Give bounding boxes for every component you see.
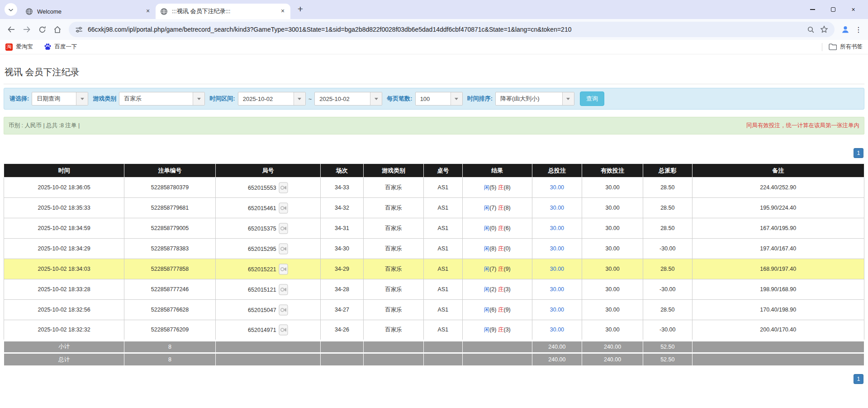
total-bet-link[interactable]: 30.00 — [550, 205, 564, 211]
cell-result: 闲(0) 庄(6) — [462, 218, 532, 239]
table-row: 2025-10-02 18:36:05522858780379652015553… — [4, 178, 864, 198]
sort-select[interactable]: 降幂(由大到小) — [495, 92, 574, 106]
home-icon[interactable] — [50, 22, 65, 37]
maximize-button[interactable] — [823, 0, 843, 19]
total-bet-link[interactable]: 30.00 — [550, 286, 564, 293]
total-bet-link[interactable]: 30.00 — [550, 225, 564, 231]
close-window-button[interactable]: × — [843, 0, 863, 19]
cell-valid-bet: 30.00 — [582, 239, 643, 259]
result-banker-label: 庄 — [498, 225, 504, 231]
video-replay-icon[interactable] — [279, 202, 288, 214]
query-button[interactable]: 查询 — [580, 91, 604, 106]
total-bet-link[interactable]: 30.00 — [550, 184, 564, 191]
cell-table-number: AS1 — [424, 320, 463, 341]
address-bar[interactable]: 66cxkj98.com/ipl/portal.php/game/betreco… — [69, 22, 835, 37]
tab-search-button[interactable] — [5, 3, 17, 16]
date-from-select[interactable]: 2025-10-02 — [238, 92, 306, 106]
total-bet-link[interactable]: 30.00 — [550, 326, 564, 333]
url-text[interactable]: 66cxkj98.com/ipl/portal.php/game/betreco… — [88, 26, 802, 33]
bookmark-taobao[interactable]: 淘 爱淘宝 — [5, 43, 33, 51]
cell-session: 34-29 — [320, 259, 363, 279]
bookmarks-bar: 淘 爱淘宝 百度一下 所有书签 — [0, 40, 868, 54]
reload-icon[interactable] — [34, 22, 50, 37]
result-banker-score: (8) — [503, 205, 510, 211]
summary-cell: 52.50 — [643, 353, 692, 366]
cell-note: 198.90/168.90 — [692, 279, 864, 300]
summary-cell — [462, 341, 532, 353]
cell-table-number: AS1 — [424, 300, 463, 320]
col-result: 结果 — [462, 164, 532, 178]
video-replay-icon[interactable] — [279, 264, 288, 275]
query-type-select[interactable]: 日期查询 — [32, 92, 88, 106]
page-title: 视讯 会员下注纪录 — [4, 54, 864, 84]
col-table-number: 桌号 — [424, 164, 463, 178]
date-to-select[interactable]: 2025-10-02 — [314, 92, 382, 106]
cell-valid-bet: 30.00 — [582, 320, 643, 341]
result-banker-label: 庄 — [498, 307, 504, 313]
video-replay-icon[interactable] — [279, 223, 288, 234]
site-settings-icon[interactable] — [75, 26, 83, 34]
cell-game-type: 百家乐 — [364, 239, 424, 259]
cell-valid-bet: 30.00 — [582, 218, 643, 239]
game-type-select[interactable]: 百家乐 — [119, 92, 205, 106]
tab-betrecord[interactable]: :::视讯 会员下注纪录::: × — [156, 4, 290, 19]
result-player-label: 闲 — [484, 205, 490, 211]
new-tab-button[interactable]: + — [295, 4, 306, 14]
table-row: 2025-10-02 18:34:59522858779005652015375… — [4, 218, 864, 239]
cell-valid-bet: 30.00 — [582, 178, 643, 198]
video-replay-icon[interactable] — [279, 284, 288, 295]
tab-welcome[interactable]: Welcome × — [21, 4, 156, 19]
bookmark-label: 百度一下 — [55, 43, 77, 51]
pagination-top: 1 — [4, 148, 864, 158]
cell-session: 34-33 — [320, 178, 363, 198]
cell-total-bet: 30.00 — [532, 218, 582, 239]
back-icon[interactable] — [4, 22, 19, 37]
video-replay-icon[interactable] — [279, 243, 288, 254]
page-button[interactable]: 1 — [854, 374, 863, 384]
cell-time: 2025-10-02 18:34:03 — [4, 259, 124, 279]
result-banker-score: (9) — [503, 266, 510, 272]
cell-note: 195.90/224.40 — [692, 198, 864, 218]
video-replay-icon[interactable] — [279, 182, 288, 193]
zoom-icon[interactable] — [807, 26, 815, 34]
all-bookmarks[interactable]: 所有书签 — [822, 43, 863, 51]
cell-total-bet: 30.00 — [532, 239, 582, 259]
profile-icon[interactable] — [838, 22, 853, 37]
sort-label: 时间排序: — [467, 95, 493, 103]
result-banker-score: (8) — [503, 184, 510, 191]
cell-round-number: 652015295 — [215, 239, 320, 259]
cell-valid-bet: 30.00 — [582, 279, 643, 300]
summary-cell: 小计 — [4, 341, 124, 353]
per-page-value: 100 — [416, 92, 451, 105]
per-page-select[interactable]: 100 — [415, 92, 463, 106]
date-to-value: 2025-10-02 — [315, 92, 370, 105]
close-tab-icon[interactable]: × — [279, 7, 287, 15]
page-content: 视讯 会员下注纪录 请选择: 日期查询 游戏类别 百家乐 时间区间: 2025-… — [0, 54, 868, 384]
cell-session: 34-32 — [320, 198, 363, 218]
cell-note: 224.40/252.90 — [692, 178, 864, 198]
result-banker-score: (3) — [503, 326, 510, 333]
cell-bet-number: 522858779005 — [124, 218, 216, 239]
cell-bet-number: 522858776209 — [124, 320, 216, 341]
date-from-value: 2025-10-02 — [238, 92, 294, 105]
chevron-down-icon — [370, 92, 382, 105]
close-tab-icon[interactable]: × — [144, 7, 152, 15]
bookmark-star-icon[interactable] — [820, 25, 828, 34]
page-button[interactable]: 1 — [854, 148, 863, 158]
video-replay-icon[interactable] — [279, 304, 288, 316]
browser-menu-icon[interactable]: ⋮ — [853, 25, 864, 34]
minimize-button[interactable] — [802, 0, 823, 19]
cell-bet-number: 522858778383 — [124, 239, 216, 259]
video-replay-icon[interactable] — [279, 324, 288, 336]
bookmark-baidu[interactable]: 百度一下 — [44, 43, 77, 51]
total-bet-link[interactable]: 30.00 — [550, 245, 564, 252]
forward-icon[interactable] — [19, 22, 34, 37]
filter-bar: 请选择: 日期查询 游戏类别 百家乐 时间区间: 2025-10-02 ~ 20… — [4, 88, 864, 110]
table-row: 2025-10-02 18:32:32522858776209652014971… — [4, 320, 864, 341]
round-number: 652015295 — [248, 245, 276, 252]
total-bet-link[interactable]: 30.00 — [550, 307, 564, 313]
total-bet-link[interactable]: 30.00 — [550, 266, 564, 272]
cell-game-type: 百家乐 — [364, 178, 424, 198]
chevron-down-icon — [76, 92, 88, 105]
cell-game-type: 百家乐 — [364, 279, 424, 300]
